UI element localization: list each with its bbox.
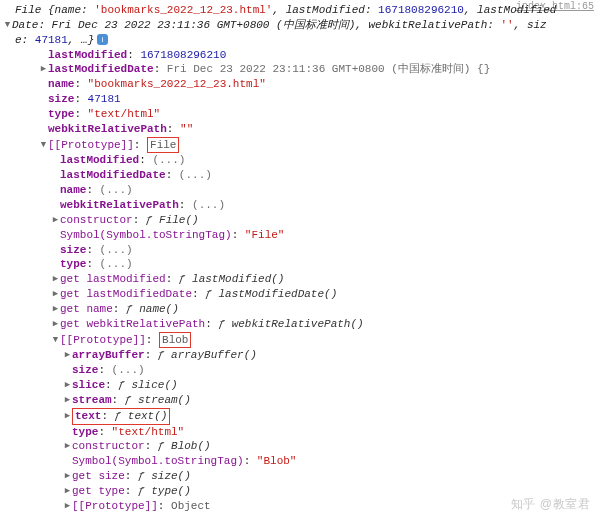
disclosure-spacer: ▶ <box>51 184 60 196</box>
property-row[interactable]: ▶get lastModifiedDate: ƒ lastModifiedDat… <box>3 287 600 302</box>
disclosure-triangle-right-icon[interactable]: ▶ <box>63 379 72 391</box>
property-key: webkitRelativePath <box>48 123 167 135</box>
property-row[interactable]: ▶Symbol(Symbol.toStringTag): "File" <box>3 228 600 243</box>
disclosure-triangle-right-icon[interactable]: ▶ <box>51 214 60 226</box>
disclosure-triangle-right-icon[interactable]: ▶ <box>51 303 60 315</box>
colon: : <box>86 244 99 256</box>
object-summary-line-2[interactable]: ▼Date: Fri Dec 23 2022 23:11:36 GMT+0800… <box>3 18 600 33</box>
property-row[interactable]: ▶webkitRelativePath: (...) <box>3 198 600 213</box>
function-signature: slice() <box>131 379 177 391</box>
disclosure-triangle-right-icon[interactable]: ▶ <box>51 288 60 300</box>
property-key: size <box>48 93 74 105</box>
summary-name: 'bookmarks_2022_12_23.html' <box>94 4 272 16</box>
property-row[interactable]: ▶slice: ƒ slice() <box>3 378 600 393</box>
disclosure-spacer: ▶ <box>51 244 60 256</box>
property-row[interactable]: ▶stream: ƒ stream() <box>3 393 600 408</box>
property-row[interactable]: ▶size: (...) <box>3 243 600 258</box>
property-row[interactable]: ▶get webkitRelativePath: ƒ webkitRelativ… <box>3 317 600 332</box>
disclosure-triangle-right-icon[interactable]: ▶ <box>51 318 60 330</box>
disclosure-triangle-right-icon[interactable]: ▶ <box>63 394 72 406</box>
disclosure-triangle-right-icon[interactable]: ▶ <box>63 470 72 482</box>
property-value: 1671808296210 <box>140 49 226 61</box>
property-row[interactable]: ▶type: (...) <box>3 257 600 272</box>
colon: : <box>154 63 167 75</box>
disclosure-triangle-down-icon[interactable]: ▼ <box>3 19 12 31</box>
colon: : <box>146 334 159 346</box>
property-key: slice <box>72 379 105 391</box>
property-key: constructor <box>60 214 133 226</box>
highlighted-property: text: ƒ text() <box>72 408 170 425</box>
property-row[interactable]: ▶type: "text/html" <box>3 425 600 440</box>
property-value: (...) <box>100 184 133 196</box>
colon: : <box>112 394 125 406</box>
property-row[interactable]: ▶size: (...) <box>3 363 600 378</box>
property-row[interactable]: ▶arrayBuffer: ƒ arrayBuffer() <box>3 348 600 363</box>
colon: : <box>98 426 111 438</box>
disclosure-triangle-down-icon[interactable]: ▼ <box>51 334 60 346</box>
object-summary-line-1[interactable]: File {name: 'bookmarks_2022_12_23.html',… <box>3 3 600 18</box>
property-row[interactable]: ▶get name: ƒ name() <box>3 302 600 317</box>
property-row[interactable]: ▶lastModified: 1671808296210 <box>3 48 600 63</box>
property-row[interactable]: ▼[[Prototype]]: File <box>3 137 600 154</box>
property-row[interactable]: ▶get lastModified: ƒ lastModified() <box>3 272 600 287</box>
function-signature: lastModifiedDate() <box>218 288 337 300</box>
property-row[interactable]: ▶get type: ƒ type() <box>3 484 600 499</box>
property-row[interactable]: ▶get size: ƒ size() <box>3 469 600 484</box>
disclosure-triangle-right-icon[interactable]: ▶ <box>39 63 48 75</box>
property-value: "" <box>180 123 193 135</box>
property-key: webkitRelativePath <box>86 318 205 330</box>
property-key: lastModifiedDate <box>86 288 192 300</box>
property-value: (...) <box>100 244 133 256</box>
disclosure-triangle-right-icon[interactable]: ▶ <box>63 440 72 452</box>
property-row[interactable]: ▶webkitRelativePath: "" <box>3 122 600 137</box>
property-row[interactable]: ▶lastModified: (...) <box>3 153 600 168</box>
console-object-tree: File {name: 'bookmarks_2022_12_23.html',… <box>0 0 600 514</box>
property-row[interactable]: ▶name: (...) <box>3 183 600 198</box>
function-signature: name() <box>139 303 179 315</box>
property-key: [[Prototype]] <box>48 139 134 151</box>
colon: : <box>244 455 257 467</box>
property-row[interactable]: ▶Symbol(Symbol.toStringTag): "Blob" <box>3 454 600 469</box>
disclosure-triangle-right-icon[interactable]: ▶ <box>63 349 72 361</box>
function-signature: stream() <box>138 394 191 406</box>
colon: : <box>179 199 192 211</box>
disclosure-triangle-right-icon[interactable]: ▶ <box>51 273 60 285</box>
property-row[interactable]: ▶constructor: ƒ File() <box>3 213 600 228</box>
function-signature: type() <box>151 485 191 497</box>
disclosure-spacer: ▶ <box>51 229 60 241</box>
property-value: "bookmarks_2022_12_23.html" <box>88 78 266 90</box>
function-glyph-icon: ƒ <box>138 485 151 497</box>
disclosure-spacer: ▶ <box>39 78 48 90</box>
disclosure-triangle-right-icon[interactable]: ▶ <box>63 500 72 512</box>
property-value: (...) <box>192 199 225 211</box>
colon: : <box>113 303 126 315</box>
property-row[interactable]: ▼[[Prototype]]: Blob <box>3 332 600 349</box>
info-icon[interactable]: i <box>97 34 108 45</box>
property-row[interactable]: ▶size: 47181 <box>3 92 600 107</box>
object-summary-line-3[interactable]: e: 47181, …}i <box>3 33 600 48</box>
disclosure-triangle-right-icon[interactable]: ▶ <box>63 410 72 422</box>
colon: : <box>145 440 158 452</box>
property-row[interactable]: ▶[[Prototype]]: Object <box>3 499 600 514</box>
property-value: "text/html" <box>112 426 185 438</box>
disclosure-spacer: ▶ <box>39 123 48 135</box>
property-key: type <box>98 485 124 497</box>
property-row[interactable]: ▶type: "text/html" <box>3 107 600 122</box>
function-glyph-icon: ƒ <box>125 394 138 406</box>
colon: : <box>167 123 180 135</box>
disclosure-spacer: ▶ <box>51 258 60 270</box>
disclosure-triangle-down-icon[interactable]: ▼ <box>39 139 48 151</box>
property-row[interactable]: ▶text: ƒ text() <box>3 408 600 425</box>
function-signature: text() <box>128 410 168 422</box>
property-row[interactable]: ▶lastModifiedDate: (...) <box>3 168 600 183</box>
colon: : <box>86 258 99 270</box>
summary-size: 47181 <box>35 34 68 46</box>
disclosure-triangle-right-icon[interactable]: ▶ <box>63 485 72 497</box>
property-row[interactable]: ▶lastModifiedDate: Fri Dec 23 2022 23:11… <box>3 62 600 77</box>
disclosure-spacer: ▶ <box>51 199 60 211</box>
property-row[interactable]: ▶name: "bookmarks_2022_12_23.html" <box>3 77 600 92</box>
property-key: lastModifiedDate <box>60 169 166 181</box>
property-row[interactable]: ▶constructor: ƒ Blob() <box>3 439 600 454</box>
colon: : <box>133 214 146 226</box>
highlighted-type: File <box>147 137 179 154</box>
